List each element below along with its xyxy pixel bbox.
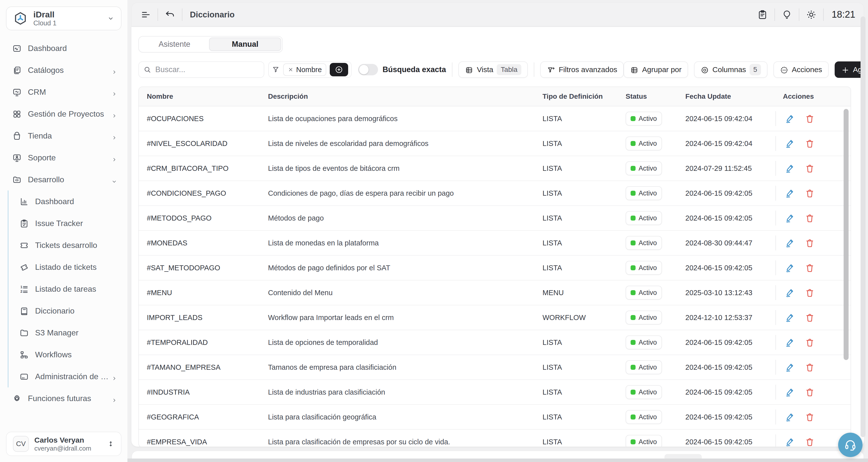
sidebar-item-crm[interactable]: CRM <box>0 81 127 103</box>
lightbulb-icon[interactable] <box>781 9 792 20</box>
table-row[interactable]: IMPORT_LEADSWorkflow para Importar leads… <box>139 305 850 330</box>
table-row[interactable]: #OCUPACIONESLista de ocupaciones para de… <box>139 106 850 131</box>
sidebar-collapse-icon[interactable] <box>140 9 151 20</box>
table-header: Nombre Descripción Tipo de Definición St… <box>139 87 850 106</box>
trash-icon[interactable] <box>804 411 815 423</box>
add-button[interactable]: Agregar <box>835 61 864 78</box>
sidebar-item-s3-manager[interactable]: S3 Manager <box>8 322 127 344</box>
sidebar-item-gesti-n-de-proyectos[interactable]: Gestión de Proyectos <box>0 103 127 125</box>
cell-status: Activo <box>626 236 685 250</box>
active-filters-group: Nombre <box>268 61 352 78</box>
table-row[interactable]: #METODOS_PAGOMétodos de pagoLISTAActivo2… <box>139 206 850 231</box>
edit-icon[interactable] <box>784 188 795 199</box>
table-row[interactable]: #MONEDASLista de monedas en la plataform… <box>139 231 850 256</box>
header-fecha[interactable]: Fecha Update <box>685 93 775 100</box>
sidebar-item-issue-tracker[interactable]: Issue Tracker <box>8 212 127 234</box>
window-scrollbar[interactable] <box>861 16 866 437</box>
edit-icon[interactable] <box>784 411 795 423</box>
sidebar-item-listado-de-tickets[interactable]: Listado de tickets <box>8 256 127 278</box>
support-icon <box>12 153 22 163</box>
cell-nombre: #MONEDAS <box>147 239 268 247</box>
trash-icon[interactable] <box>804 212 815 224</box>
columns-button[interactable]: Columnas 5 <box>694 61 768 78</box>
sidebar-item-dashboard[interactable]: Dashboard <box>0 37 127 59</box>
sidebar-item-soporte[interactable]: Soporte <box>0 147 127 169</box>
group-by-button[interactable]: Agrupar por <box>624 61 688 78</box>
trash-icon[interactable] <box>804 138 815 149</box>
support-fab-button[interactable] <box>838 433 863 457</box>
sidebar-item-workflows[interactable]: Workflows <box>8 344 127 365</box>
edit-icon[interactable] <box>784 436 795 447</box>
table-row[interactable]: #TAMANO_EMPRESATamanos de empresa para c… <box>139 355 850 380</box>
edit-icon[interactable] <box>784 337 795 348</box>
edit-icon[interactable] <box>784 312 795 323</box>
table-scrollbar[interactable] <box>844 109 848 360</box>
user-menu[interactable]: CV Carlos Veryan cveryan@idrall.com <box>6 432 121 456</box>
sidebar-item-tienda[interactable]: Tienda <box>0 125 127 147</box>
sidebar-item-dashboard[interactable]: Dashboard <box>8 191 127 212</box>
actions-button[interactable]: Acciones <box>773 61 829 78</box>
table-row[interactable]: #INDUSTRIALista de industrias para clasi… <box>139 380 850 405</box>
view-button[interactable]: Vista Tabla <box>458 61 528 78</box>
sidebar-item-diccionario[interactable]: Diccionario <box>8 300 127 322</box>
edit-icon[interactable] <box>784 113 795 124</box>
table-row[interactable]: #CRM_BITACORA_TIPOLista de tipos de even… <box>139 156 850 181</box>
edit-icon[interactable] <box>784 262 795 273</box>
edit-icon[interactable] <box>784 237 795 249</box>
search-input[interactable] <box>138 61 264 78</box>
header-status[interactable]: Status <box>626 93 685 100</box>
edit-icon[interactable] <box>784 212 795 224</box>
trash-icon[interactable] <box>804 436 815 447</box>
table-row[interactable]: #MENUContenido del MenuMENUActivo2025-03… <box>139 280 850 305</box>
header-nombre[interactable]: Nombre <box>147 93 268 100</box>
cell-tipo: MENU <box>542 289 626 297</box>
sidebar-item-administraci-n-de-us-[interactable]: Administración de us... <box>8 365 127 387</box>
cell-tipo: LISTA <box>542 264 626 272</box>
workspace-switcher[interactable]: iDrall Cloud 1 <box>6 6 121 30</box>
header-tipo[interactable]: Tipo de Definición <box>542 93 626 100</box>
add-filter-button[interactable] <box>330 63 348 76</box>
edit-icon[interactable] <box>784 287 795 298</box>
table-row[interactable]: #TEMPORALIDADLista de opciones de tempor… <box>139 330 850 355</box>
table-row[interactable]: #SAT_METODOPAGOMétodos de pago definidos… <box>139 256 850 280</box>
back-undo-icon[interactable] <box>164 9 176 20</box>
trash-icon[interactable] <box>804 262 815 273</box>
sidebar-item-desarrollo[interactable]: Desarrollo <box>0 169 127 191</box>
sun-theme-icon[interactable] <box>806 9 817 20</box>
header-descripcion[interactable]: Descripción <box>268 93 542 100</box>
edit-icon[interactable] <box>784 138 795 149</box>
status-label: Activo <box>639 413 657 421</box>
sidebar-item-funciones-futuras[interactable]: Funciones futuras <box>0 387 127 409</box>
table-row[interactable]: #EMPRESA_VIDALista para clasificación de… <box>139 430 850 447</box>
filter-chip-nombre[interactable]: Nombre <box>283 63 326 76</box>
edit-icon[interactable] <box>784 163 795 174</box>
catalog-icon <box>12 65 22 75</box>
trash-icon[interactable] <box>804 163 815 174</box>
table-row[interactable]: #NIVEL_ESCOLARIDADLista de niveles de es… <box>139 131 850 156</box>
sidebar: iDrall Cloud 1 DashboardCatálogosCRMGest… <box>0 0 127 462</box>
clipboard-icon[interactable] <box>757 9 768 20</box>
table-row[interactable]: #GEOGRAFICALista para clasificación geog… <box>139 405 850 430</box>
sidebar-item-cat-logos[interactable]: Catálogos <box>0 59 127 81</box>
close-icon[interactable] <box>288 67 293 73</box>
tab-manual[interactable]: Manual <box>209 38 281 51</box>
edit-icon[interactable] <box>784 387 795 398</box>
edit-icon[interactable] <box>784 362 795 373</box>
sidebar-item-tickets-desarrollo[interactable]: Tickets desarrollo <box>8 234 127 256</box>
advanced-filters-button[interactable]: Filtros avanzados <box>540 61 624 78</box>
trash-icon[interactable] <box>804 237 815 249</box>
trash-icon[interactable] <box>804 337 815 348</box>
exact-search-toggle[interactable] <box>358 64 378 75</box>
status-dot-icon <box>630 141 636 146</box>
sidebar-item-listado-de-tareas[interactable]: 12Listado de tareas <box>8 278 127 300</box>
trash-icon[interactable] <box>804 387 815 398</box>
table-row[interactable]: #CONDICIONES_PAGOCondiciones de pago, dí… <box>139 181 850 206</box>
trash-icon[interactable] <box>804 188 815 199</box>
tab-asistente[interactable]: Asistente <box>140 38 209 51</box>
divider <box>182 8 182 21</box>
projects-icon <box>12 109 22 119</box>
trash-icon[interactable] <box>804 287 815 298</box>
trash-icon[interactable] <box>804 362 815 373</box>
trash-icon[interactable] <box>804 113 815 124</box>
trash-icon[interactable] <box>804 312 815 323</box>
